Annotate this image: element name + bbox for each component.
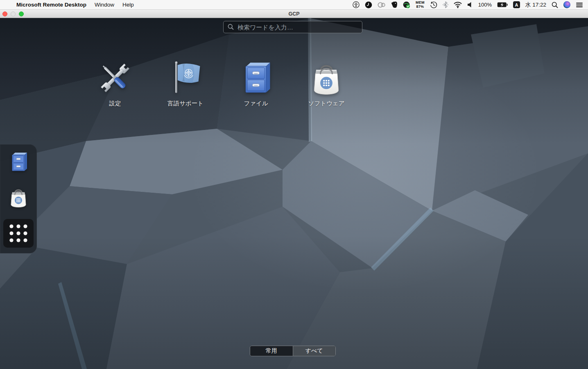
search-field-wrap bbox=[223, 21, 362, 33]
menu-help[interactable]: Help bbox=[118, 0, 138, 9]
view-toggle: 常用 すべて bbox=[250, 346, 336, 356]
app-settings[interactable]: 設定 bbox=[80, 59, 150, 107]
memory-value: 87% bbox=[416, 5, 424, 9]
accessibility-icon[interactable] bbox=[353, 1, 360, 9]
menu-window[interactable]: Window bbox=[90, 0, 118, 9]
globe-check-icon[interactable] bbox=[403, 1, 410, 9]
apple-menu[interactable] bbox=[5, 1, 13, 9]
volume-icon[interactable] bbox=[467, 1, 473, 9]
time-machine-icon[interactable] bbox=[430, 1, 437, 9]
app-label: ソフトウェア bbox=[308, 100, 344, 107]
battery-percent: 100% bbox=[478, 1, 492, 9]
battery-charging-icon[interactable] bbox=[497, 1, 508, 9]
menubar-app-name[interactable]: Microsoft Remote Desktop bbox=[13, 0, 90, 9]
software-icon bbox=[308, 59, 345, 97]
show-applications-icon bbox=[8, 223, 29, 244]
app-language-support[interactable]: 言語サポート bbox=[150, 59, 221, 107]
menubar-clock[interactable]: 水 17:22 bbox=[525, 1, 546, 9]
toggle-all[interactable]: すべて bbox=[293, 346, 336, 356]
app-files[interactable]: ファイル bbox=[221, 59, 291, 107]
memory-indicator[interactable]: MEM 87% bbox=[416, 1, 425, 9]
dash-item-software[interactable] bbox=[7, 185, 30, 209]
search-icon bbox=[228, 24, 234, 30]
app-grid: 設定 bbox=[80, 59, 362, 107]
search-input[interactable] bbox=[223, 21, 362, 33]
language-support-icon bbox=[167, 59, 204, 97]
zoom-button[interactable] bbox=[19, 11, 24, 16]
toggle-frequent[interactable]: 常用 bbox=[250, 346, 293, 356]
app-software[interactable]: ソフトウェア bbox=[291, 59, 362, 107]
app-label: ファイル bbox=[244, 100, 268, 107]
notification-center-icon[interactable] bbox=[576, 1, 583, 9]
app-label: 言語サポート bbox=[167, 100, 204, 107]
creative-cloud-icon[interactable] bbox=[378, 1, 386, 9]
files-icon bbox=[237, 59, 275, 97]
remote-desktop-canvas: 設定 bbox=[0, 18, 588, 369]
dash-item-files[interactable] bbox=[7, 150, 30, 174]
close-button[interactable] bbox=[2, 11, 7, 16]
settings-icon bbox=[96, 59, 134, 97]
bluetooth-icon[interactable] bbox=[443, 1, 448, 9]
evernote-icon[interactable] bbox=[391, 1, 398, 9]
window-title-bar: GCP bbox=[0, 10, 588, 18]
window-title: GCP bbox=[0, 11, 588, 17]
dash bbox=[0, 144, 37, 253]
app-label: 設定 bbox=[109, 100, 121, 107]
siri-icon[interactable] bbox=[563, 1, 570, 8]
minimize-button[interactable] bbox=[11, 11, 16, 16]
spotlight-icon[interactable] bbox=[552, 1, 558, 9]
show-applications-button[interactable] bbox=[3, 219, 34, 248]
input-source-icon[interactable]: A bbox=[513, 1, 520, 8]
clock-app-icon[interactable] bbox=[365, 1, 372, 9]
menu-bar: Microsoft Remote Desktop Window Help bbox=[0, 0, 588, 10]
wifi-icon[interactable] bbox=[454, 1, 462, 9]
